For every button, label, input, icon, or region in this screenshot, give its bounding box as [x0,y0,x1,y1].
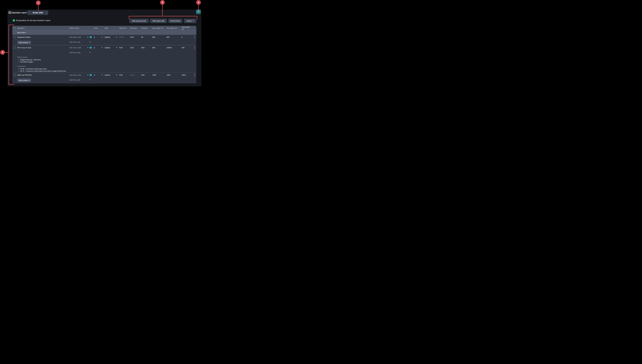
start-depth-value[interactable]: 600 [152,47,167,49]
rate-dropdown[interactable]: Uptime [105,73,119,77]
row-menu-kebab-icon[interactable] [193,36,196,39]
end-depth-value[interactable]: 600 [167,36,182,38]
row-checkbox[interactable] [14,36,16,38]
start-time-value[interactable]: 9:50 [119,74,130,76]
row-menu-kebab-icon[interactable] [193,46,196,50]
annotation-line-2-bottom-tick [9,84,15,84]
add-time-code-placeholder: Add time code [69,52,80,54]
add-report-split-button[interactable]: Add report split [150,18,167,23]
class-code-dropdown[interactable]: Add class code i [69,73,94,77]
time-code-dropdown[interactable]: Add time code [69,51,91,54]
end-depth-value[interactable]: 1000m [167,47,182,49]
caret-down-icon[interactable] [87,74,89,76]
info-icon[interactable]: i [90,47,92,49]
add-class-code-placeholder: Add class code [69,36,81,38]
time-code-dropdown[interactable]: Add time code [69,78,91,81]
start-depth-value[interactable]: 600 [152,36,167,38]
status-row: ✓ All operations for this day included i… [13,19,50,22]
caret-down-icon[interactable] [87,37,89,38]
rate-value: Uptime [105,47,110,49]
add-manual-entry-label: Add manual entry [132,20,146,22]
col-end-time: End time [130,27,141,29]
operations-table: Operation NDOR codes Crew Rate Start tim… [12,26,196,84]
caret-down-icon[interactable] [87,47,89,48]
operation-name: Make up/ RIH BHA [17,74,69,76]
time-code-dropdown[interactable]: Add time code [69,41,91,43]
end-time-value[interactable]: 9:50 [130,47,141,49]
class-code-dropdown[interactable]: Add class code i [69,35,94,40]
select-all-checkbox[interactable] [14,27,16,29]
add-class-code-placeholder: Add class code [69,74,81,76]
end-time-value[interactable]: 9:00 [130,36,141,38]
total-depth-value: 100m [182,74,193,76]
round-times-label: Round times [170,20,180,22]
end-depth-value[interactable]: 1100 [167,74,182,76]
report-backs-list: Weight below jar: 168 tonne Total BHA we… [17,59,66,63]
row-checkbox[interactable] [14,46,16,49]
chevron-right-icon[interactable]: › [46,11,47,14]
check-circle-icon: ✓ [13,19,15,22]
chevron-down-icon [193,20,194,21]
add-content-button[interactable]: Add content [17,41,31,44]
caret-down-icon[interactable] [116,37,117,38]
crew-value: A [94,47,95,49]
col-duration: Duration [141,27,152,29]
crew-dropdown[interactable]: A [94,73,105,77]
annotation-badge-2: 2 [0,50,5,55]
date-picker[interactable]: ‹ 08 Mar 2025 › [27,10,48,15]
export-label: Export [186,20,192,22]
caret-down-icon[interactable] [89,80,91,80]
info-icon[interactable]: i [90,36,92,38]
info-icon[interactable]: i [90,74,92,76]
total-depth-value: 400 [182,47,193,49]
table-row: Equipment failure Add class code i A Upt… [12,35,196,45]
annotation-badge-1: 1 [36,0,41,5]
start-depth-value[interactable]: 1000 [152,74,167,76]
start-time-value[interactable]: 00:00 [119,36,130,38]
class-code-dropdown[interactable]: Add class code i [69,45,94,50]
caret-down-icon[interactable] [89,42,91,42]
add-content-button[interactable]: Add content [17,78,31,82]
annotation-line-3-right-drop [197,16,197,20]
add-manual-entry-button[interactable]: Add manual entry [129,18,149,23]
caret-down-icon[interactable] [102,47,103,48]
crew-value: A [94,36,95,38]
annotation-badge-3: 3 [160,0,165,5]
row-menu-kebab-icon[interactable] [193,73,196,77]
duration-value: 40m [141,74,152,76]
table-row: RIH to top of shoe Add class code i A Up… [12,45,196,72]
annotation-line-3-bracket [129,16,197,16]
rate-dropdown[interactable]: Uptime [105,45,119,50]
annotation-line-2-connector [5,52,9,52]
add-report-split-label: Add report split [152,20,165,22]
crew-dropdown[interactable]: A [94,45,105,50]
report-icon [9,12,11,14]
col-end-depth: End depth (m) [167,27,182,29]
annotation-line-2-vertical [9,25,9,84]
start-time-value[interactable]: 9:00 [119,47,130,49]
caret-down-icon[interactable] [89,52,91,53]
annotation-line-3-stem [162,4,163,16]
add-time-code-placeholder: Add time code [69,41,80,43]
end-time-value[interactable]: 00:00 [130,74,141,76]
crew-value: A [94,74,95,76]
report-back-item: Weight below jar: 168 tonne [17,59,66,61]
chevron-left-icon[interactable]: ‹ [29,11,30,14]
caret-down-icon[interactable] [116,74,117,76]
col-start-time: Start time [119,27,130,29]
caret-down-icon[interactable] [102,74,103,76]
filter-icon [197,11,200,11]
row-notes: Report backs: Weight below jar: 168 tonn… [17,56,66,72]
caret-down-icon[interactable] [116,47,117,48]
annotation-line-3-left-drop [129,16,129,20]
round-times-button[interactable]: Round times [168,18,182,23]
rate-dropdown[interactable]: Uptime [105,35,119,40]
operation-name: Equipment failure [17,36,69,38]
operation-name: RIH to top of shoe [17,47,69,49]
row-checkbox[interactable] [14,74,16,76]
chevron-down-icon [29,42,30,43]
export-button[interactable]: Export [184,18,196,23]
crew-dropdown[interactable]: A [94,35,105,40]
caret-down-icon[interactable] [102,37,103,38]
annotation-line-4 [198,4,199,11]
